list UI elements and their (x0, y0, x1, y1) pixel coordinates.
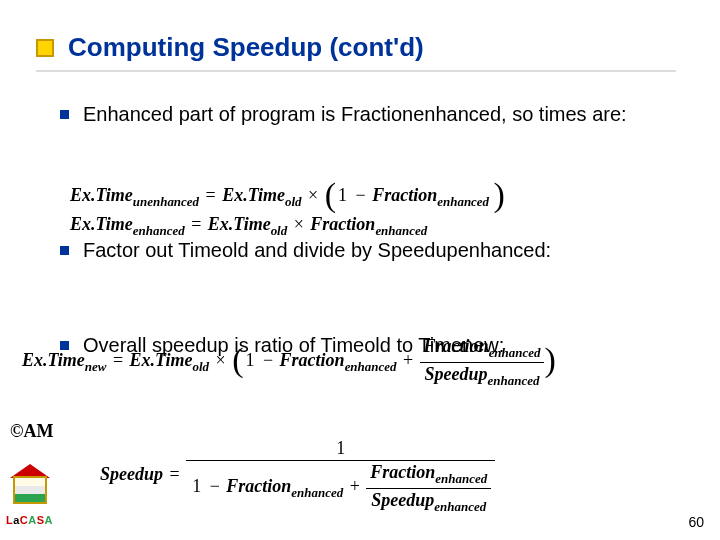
eq-sign: = (189, 214, 203, 234)
square-bullet-icon (60, 246, 69, 255)
title-underline (36, 70, 676, 72)
eq3-lhs-base: Ex.Time (22, 350, 85, 370)
eq4-lhs: Speedup (100, 464, 163, 484)
eq4-outer-fraction: 1 1 − Fractionenhanced + Fractionenhance… (186, 438, 495, 514)
times-sign: × (292, 214, 306, 234)
eq4-in-num-base: Fraction (370, 462, 435, 482)
slide: Computing Speedup (cont'd) Enhanced part… (0, 0, 720, 540)
eq3-rhs-sub: old (192, 359, 209, 374)
bullet-1: Enhanced part of program is Fractionenha… (60, 102, 680, 128)
eq4-inner-fraction: Fractionenhanced Speedupenhanced (366, 462, 491, 514)
eq3-lhs-sub: new (85, 359, 107, 374)
eq2-lhs-base: Ex.Time (70, 214, 133, 234)
plus-sign: + (348, 476, 362, 496)
one: 1 (243, 350, 256, 370)
eq4-den-f-base: Fraction (226, 476, 291, 496)
eq-sign: = (204, 185, 218, 205)
lacasa-a: a (13, 514, 20, 526)
minus-sign: − (354, 185, 368, 205)
equation-2: Ex.Timeenhanced = Ex.Timeold × Fractione… (70, 214, 427, 239)
eq2-frac-sub: enhanced (375, 223, 427, 238)
eq3-rhs-base: Ex.Time (130, 350, 193, 370)
eq2-frac-base: Fraction (310, 214, 375, 234)
bullet-2-text: Factor out Timeold and divide by Speedup… (83, 238, 551, 264)
eq3-f-base: Fraction (280, 350, 345, 370)
eq3-f-sub: enhanced (345, 359, 397, 374)
title-bullet-icon (36, 39, 54, 57)
eq2-rhs-sub: old (271, 223, 288, 238)
lacasa-A: A (28, 514, 36, 526)
eq4-den-one: 1 (190, 476, 203, 496)
equation-1: Ex.Timeunenhanced = Ex.Timeold × (1 − Fr… (70, 182, 505, 213)
eq1-lhs-sub: unenhanced (133, 194, 199, 209)
times-sign: × (213, 350, 227, 370)
eq2-rhs-base: Ex.Time (208, 214, 271, 234)
house-body-icon (13, 476, 47, 504)
eq4-in-num-sub: enhanced (435, 471, 487, 486)
minus-sign: − (261, 350, 275, 370)
equation-4: Speedup = 1 1 − Fractionenhanced + Fract… (100, 438, 660, 514)
eq3-num-sub: enhanced (489, 345, 541, 360)
eq1-frac-sub: enhanced (437, 194, 489, 209)
lacasa-S: S (37, 514, 45, 526)
eq3-fraction: Fractionenhanced Speedupenhanced (420, 336, 545, 388)
eq1-lhs-base: Ex.Time (70, 185, 133, 205)
eq3-num-base: Fraction (424, 336, 489, 356)
eq-sign: = (111, 350, 125, 370)
paren-open-icon: ( (325, 176, 336, 213)
eq4-in-den-base: Speedup (371, 490, 434, 510)
paren-close-icon: ) (544, 341, 555, 378)
eq1-frac-base: Fraction (372, 185, 437, 205)
minus-sign: − (208, 476, 222, 496)
lacasa-text: LaCASA (6, 514, 53, 526)
stripe-icon (15, 494, 45, 502)
eq-sign: = (168, 464, 182, 484)
eq4-num-one: 1 (334, 438, 347, 458)
eq3-den-base: Speedup (425, 364, 488, 384)
one: 1 (336, 185, 349, 205)
bullet-2: Factor out Timeold and divide by Speedup… (60, 238, 680, 264)
title-bar: Computing Speedup (cont'd) (36, 32, 424, 63)
bullet-1-text: Enhanced part of program is Fractionenha… (83, 102, 627, 128)
copyright-mark: ©AM (10, 421, 53, 442)
eq4-den-f-sub: enhanced (291, 485, 343, 500)
times-sign: × (306, 185, 320, 205)
plus-sign: + (401, 350, 415, 370)
eq1-rhs-base: Ex.Time (222, 185, 285, 205)
square-bullet-icon (60, 110, 69, 119)
paren-open-icon: ( (232, 341, 243, 378)
eq3-den-sub: enhanced (488, 372, 540, 387)
stripe-icon (15, 486, 45, 494)
page-number: 60 (688, 514, 704, 530)
eq2-lhs-sub: enhanced (133, 223, 185, 238)
slide-title: Computing Speedup (cont'd) (68, 32, 424, 63)
equation-3: Ex.Timenew = Ex.Timeold × (1 − Fractione… (22, 336, 702, 388)
lacasa-logo-icon (10, 464, 50, 508)
eq1-rhs-sub: old (285, 194, 302, 209)
eq4-in-den-sub: enhanced (434, 498, 486, 513)
lacasa-A2: A (45, 514, 53, 526)
paren-close-icon: ) (494, 176, 505, 213)
